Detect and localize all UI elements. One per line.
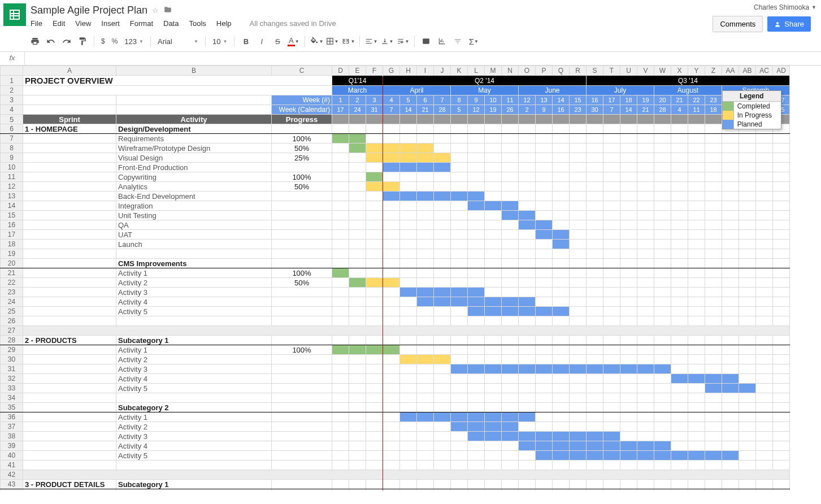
gantt-cell[interactable] [417,211,434,220]
week-calendar-cell[interactable]: 31 [366,105,383,115]
gantt-cell[interactable] [570,316,587,326]
gantt-cell[interactable] [332,393,349,403]
gantt-cell[interactable] [620,240,637,249]
col-header-I[interactable]: I [417,66,434,76]
borders-icon[interactable]: ▼ [325,34,339,48]
gantt-cell[interactable] [536,259,553,268]
gantt-cell[interactable] [587,403,603,412]
gantt-cell[interactable] [637,134,654,144]
gantt-cell[interactable] [417,220,434,230]
gantt-cell[interactable] [756,451,773,460]
gantt-cell[interactable] [417,249,434,259]
gantt-cell[interactable] [400,192,417,201]
gantt-cell[interactable] [654,249,671,259]
gantt-cell[interactable] [671,268,688,278]
gantt-cell[interactable] [570,336,587,345]
gantt-cell[interactable] [739,384,756,393]
gantt-cell[interactable] [654,393,671,403]
gantt-cell[interactable] [519,230,536,240]
gantt-cell[interactable] [332,441,349,451]
menu-view[interactable]: View [75,19,91,28]
gantt-cell[interactable] [502,134,519,144]
gantt-cell[interactable] [332,144,349,153]
sprint-cell[interactable] [23,134,116,144]
gantt-cell[interactable] [468,192,485,201]
gantt-cell[interactable] [332,336,349,345]
filter-icon[interactable] [451,34,464,48]
gantt-cell[interactable] [400,384,417,393]
sprint-cell[interactable] [23,144,116,153]
gantt-cell[interactable] [536,268,553,278]
gantt-cell[interactable] [637,268,654,278]
row-header-43[interactable]: 43 [1,480,23,489]
gantt-cell[interactable] [349,163,366,172]
gantt-cell[interactable] [349,182,366,192]
gantt-cell[interactable] [570,393,587,403]
gantt-cell[interactable] [434,412,451,422]
gantt-cell[interactable] [400,374,417,384]
gantt-cell[interactable] [536,134,553,144]
gantt-cell[interactable] [739,163,756,172]
month-cell[interactable]: May [451,86,519,95]
gantt-cell[interactable] [502,316,519,326]
gantt-cell[interactable] [570,182,587,192]
gantt-cell[interactable] [519,268,536,278]
gantt-cell[interactable] [349,336,366,345]
gantt-cell[interactable] [519,249,536,259]
gantt-cell[interactable] [366,192,383,201]
gantt-cell[interactable] [688,268,705,278]
gantt-cell[interactable] [773,336,790,345]
gantt-cell[interactable] [705,268,722,278]
gantt-cell[interactable] [468,144,485,153]
gantt-cell[interactable] [451,172,468,182]
week-number-cell[interactable]: 1 [332,95,349,105]
progress-cell[interactable] [272,451,332,460]
gantt-cell[interactable] [756,364,773,374]
group-name-cell[interactable]: Subcategory 1 [116,336,272,345]
gantt-cell[interactable] [739,259,756,268]
sprint-cell[interactable] [23,355,116,364]
week-number-cell[interactable]: 4 [383,95,400,105]
gantt-cell[interactable] [519,364,536,374]
gantt-cell[interactable] [688,451,705,460]
undo-icon[interactable] [44,34,58,48]
col-header-N[interactable]: N [502,66,519,76]
gantt-cell[interactable] [739,316,756,326]
gantt-cell[interactable] [485,412,502,422]
gantt-cell[interactable] [400,153,417,163]
gantt-cell[interactable] [451,124,468,134]
gantt-cell[interactable] [468,460,485,470]
gantt-cell[interactable] [654,240,671,249]
gantt-cell[interactable] [603,182,620,192]
gantt-cell[interactable] [671,460,688,470]
menu-help[interactable]: Help [216,19,232,28]
gantt-cell[interactable] [349,316,366,326]
progress-cell[interactable]: 100% [272,268,332,278]
gantt-cell[interactable] [620,422,637,432]
gantt-cell[interactable] [739,240,756,249]
gantt-cell[interactable] [553,480,570,489]
gantt-cell[interactable] [570,412,587,422]
gantt-cell[interactable] [620,144,637,153]
text-color-icon[interactable]: A▼ [286,34,300,48]
gantt-cell[interactable] [502,240,519,249]
col-header-J[interactable]: J [434,66,451,76]
row-header-6[interactable]: 6 [1,124,23,134]
gantt-cell[interactable] [756,192,773,201]
bold-icon[interactable]: B [239,34,253,48]
gantt-cell[interactable] [383,384,400,393]
gantt-cell[interactable] [603,249,620,259]
gantt-cell[interactable] [705,192,722,201]
week-number-cell[interactable]: 13 [536,95,553,105]
gantt-cell[interactable] [400,422,417,432]
week-number-cell[interactable]: 21 [671,95,688,105]
sheets-app-icon[interactable] [3,3,26,26]
gantt-cell[interactable] [654,220,671,230]
activity-cell[interactable]: UAT [116,230,272,240]
gantt-cell[interactable] [332,134,349,144]
quarter-cell[interactable]: Q2 '14 [383,76,587,86]
gantt-cell[interactable] [485,307,502,316]
gantt-cell[interactable] [688,489,705,491]
gantt-cell[interactable] [400,393,417,403]
gantt-cell[interactable] [383,451,400,460]
